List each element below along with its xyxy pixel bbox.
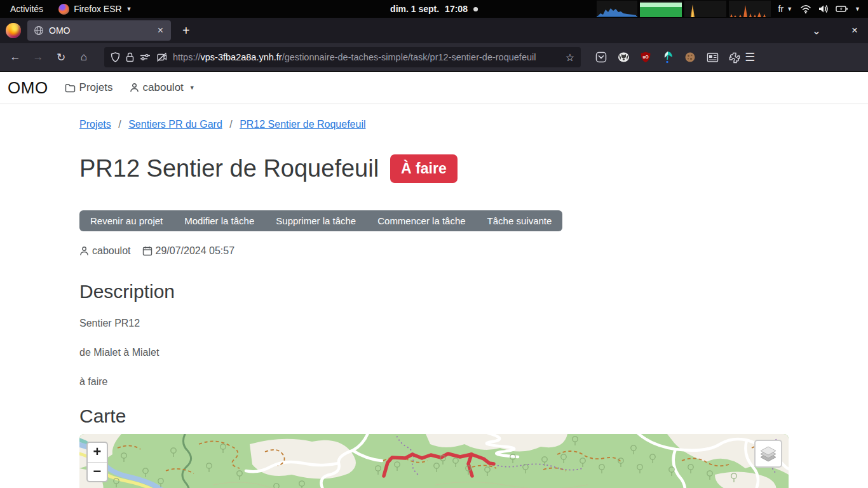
url-bar[interactable]: https://vps-3fba2a8a.ynh.fr/gestionnaire… <box>104 47 581 67</box>
nav-user-label: caboulot <box>143 81 184 94</box>
meta-datetime-label: 29/07/2024 05:57 <box>156 245 235 257</box>
globe-icon <box>34 25 44 36</box>
nav-projects[interactable]: Projets <box>65 81 113 94</box>
reload-button[interactable]: ↻ <box>51 51 71 64</box>
caret-down-icon: ▼ <box>855 6 860 12</box>
breadcrumb-link-project[interactable]: Sentiers PR du Gard <box>128 119 222 130</box>
firefox-logo-icon <box>6 23 21 38</box>
url-domain: vps-3fba2a8a.ynh.fr <box>201 52 282 62</box>
pocket-icon[interactable] <box>595 51 607 64</box>
meta-author: caboulot <box>79 245 131 257</box>
url-protocol: https:// <box>173 52 201 62</box>
battery-icon <box>836 4 848 14</box>
reader-extension-icon[interactable] <box>706 51 719 64</box>
breadcrumb-link-task[interactable]: PR12 Sentier de Roquefeuil <box>240 119 365 130</box>
keyboard-layout-indicator[interactable]: fr ▼ <box>778 4 792 14</box>
map[interactable]: + − <box>79 434 789 488</box>
caret-down-icon: ▼ <box>126 6 132 12</box>
umbrella-extension-icon[interactable] <box>661 51 674 64</box>
browser-tab[interactable]: OMO × <box>27 20 171 41</box>
ublock-origin-icon[interactable]: uO <box>639 51 652 64</box>
lock-icon[interactable] <box>126 52 134 62</box>
tab-close-icon[interactable]: × <box>155 25 166 36</box>
permissions-icon[interactable] <box>140 52 151 62</box>
breadcrumb-link-projects[interactable]: Projets <box>79 119 111 130</box>
firefox-app-menu[interactable]: Firefox ESR ▼ <box>58 4 132 15</box>
window-close-icon[interactable]: × <box>851 24 858 37</box>
gnome-topbar: Activités Firefox ESR ▼ dim. 1 sept. 17:… <box>0 0 868 18</box>
action-bar: Revenir au projet Modifier la tâche Supp… <box>79 210 562 231</box>
zoom-in-button[interactable]: + <box>88 443 107 462</box>
action-button-back-to-project[interactable]: Revenir au projet <box>79 210 173 231</box>
description-paragraph: à faire <box>79 376 789 388</box>
map-heading: Carte <box>79 405 789 428</box>
wifi-icon <box>800 4 811 14</box>
zoom-out-button[interactable]: − <box>88 462 107 481</box>
breadcrumb-separator: / <box>118 119 121 130</box>
layers-icon <box>759 445 778 463</box>
page-title: PR12 Sentier de Roquefeuil <box>79 155 379 183</box>
person-icon <box>79 246 89 256</box>
firefox-icon <box>58 4 69 15</box>
url-text[interactable]: https://vps-3fba2a8a.ynh.fr/gestionnaire… <box>173 52 560 62</box>
description-text: Sentier PR12 de Mialet à Mialet à faire <box>79 317 789 388</box>
new-tab-button[interactable]: + <box>179 24 194 38</box>
home-button[interactable]: ⌂ <box>74 51 94 64</box>
action-button-next-task[interactable]: Tâche suivante <box>477 210 563 231</box>
webpage: OMO Projets caboulot ▼ Projets / Sentier… <box>0 72 868 488</box>
tab-title: OMO <box>49 25 150 36</box>
tab-list-chevron-icon[interactable]: ⌄ <box>812 24 821 37</box>
folder-icon <box>65 83 76 93</box>
shield-icon[interactable] <box>111 52 120 62</box>
description-heading: Description <box>79 280 789 303</box>
person-icon <box>130 83 139 93</box>
bookmark-star-icon[interactable]: ☆ <box>566 51 574 64</box>
status-badge: À faire <box>390 154 458 183</box>
clock-date: dim. 1 sept. <box>390 4 439 14</box>
browser-toolbar: ← → ↻ ⌂ https://vps-3fba2a8a.ynh.fr/gest… <box>0 43 868 72</box>
breadcrumb-separator: / <box>229 119 232 130</box>
breadcrumb: Projets / Sentiers PR du Gard / PR12 Sen… <box>79 119 789 130</box>
system-status-area[interactable]: ▼ <box>800 4 860 14</box>
action-button-start-task[interactable]: Commencer la tâche <box>367 210 476 231</box>
nav-projects-label: Projets <box>79 81 113 94</box>
privacy-badger-icon[interactable] <box>617 51 630 64</box>
action-button-delete-task[interactable]: Supprimer la tâche <box>265 210 367 231</box>
meta-datetime: 29/07/2024 05:57 <box>142 245 235 257</box>
back-button[interactable]: ← <box>5 51 25 64</box>
caret-down-icon: ▼ <box>189 85 195 91</box>
system-monitor-graphs <box>597 1 771 17</box>
forward-button[interactable]: → <box>28 51 48 64</box>
cookie-extension-icon[interactable] <box>684 51 696 64</box>
meta-author-label: caboulot <box>92 245 131 257</box>
map-layers-control[interactable] <box>754 440 782 468</box>
keyboard-layout-label: fr <box>778 4 784 14</box>
url-path: /gestionnaire-de-taches-simple/task/pr12… <box>282 52 536 62</box>
map-svg <box>79 434 789 488</box>
description-paragraph: de Mialet à Mialet <box>79 346 789 358</box>
clock-time: 17:08 <box>445 4 468 14</box>
autoplay-blocked-icon[interactable] <box>156 52 167 62</box>
map-zoom-control: + − <box>86 442 108 482</box>
description-paragraph: Sentier PR12 <box>79 317 789 329</box>
app-menu-label: Firefox ESR <box>74 4 121 14</box>
menu-hamburger-icon[interactable]: ☰ <box>745 50 755 64</box>
extensions-puzzle-icon[interactable] <box>728 51 741 64</box>
notification-dot <box>473 7 478 11</box>
tab-bar: OMO × + ⌄ × <box>0 18 868 43</box>
volume-icon <box>818 4 829 14</box>
app-brand[interactable]: OMO <box>8 78 48 98</box>
calendar-icon <box>142 246 153 256</box>
app-navbar: OMO Projets caboulot ▼ <box>0 72 868 104</box>
nav-user-menu[interactable]: caboulot ▼ <box>130 81 195 94</box>
svg-text:uO: uO <box>642 55 648 59</box>
activities-button[interactable]: Activités <box>6 3 47 15</box>
clock[interactable]: dim. 1 sept. 17:08 <box>390 4 478 14</box>
task-meta: caboulot 29/07/2024 05:57 <box>79 245 789 257</box>
caret-down-icon: ▼ <box>787 6 792 12</box>
action-button-edit-task[interactable]: Modifier la tâche <box>173 210 265 231</box>
